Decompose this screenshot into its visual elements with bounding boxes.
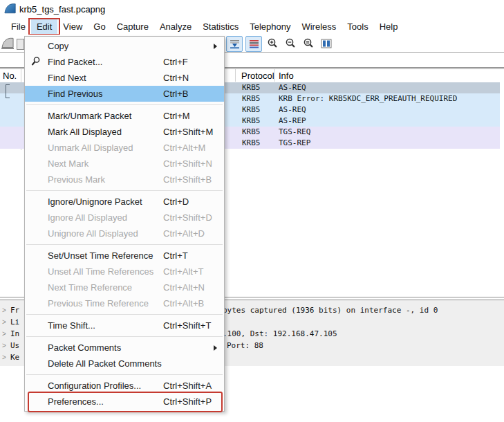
menu-separator bbox=[26, 336, 223, 337]
menu-item-find-previous[interactable]: Find Previous Ctrl+B bbox=[25, 86, 224, 102]
menu-item-time-shift[interactable]: Time Shift... Ctrl+Shift+T bbox=[25, 318, 224, 333]
menu-item-previous-time-reference[interactable]: Previous Time Reference Ctrl+Alt+B bbox=[25, 295, 224, 311]
title-bar: krb5_tgs_fast.pcapng bbox=[0, 0, 504, 19]
menu-item-mark-unmark-packet[interactable]: Mark/Unmark Packet Ctrl+M bbox=[25, 108, 224, 124]
menu-separator bbox=[26, 104, 223, 105]
menu-separator bbox=[26, 190, 223, 191]
menu-item-copy[interactable]: Copy bbox=[25, 38, 224, 54]
ip-line-fragment: .100, Dst: 192.168.47.105 bbox=[223, 328, 337, 340]
wireshark-window: krb5_tgs_fast.pcapng File Edit View Go C… bbox=[0, 0, 504, 422]
menu-item-mark-all-displayed[interactable]: Mark All Displayed Ctrl+Shift+M bbox=[25, 124, 224, 140]
toolbar-right-group bbox=[226, 36, 334, 52]
zoom-in-icon[interactable] bbox=[265, 36, 280, 51]
menu-item-delete-all-packet-comments[interactable]: Delete All Packet Comments bbox=[25, 356, 224, 371]
menu-item-preferences[interactable]: Preferences... Ctrl+Shift+P bbox=[25, 394, 224, 410]
submenu-arrow-icon bbox=[214, 44, 217, 49]
menu-separator bbox=[26, 244, 223, 245]
menu-telephony[interactable]: Telephony bbox=[244, 19, 296, 35]
menu-capture[interactable]: Capture bbox=[111, 19, 154, 35]
menu-item-find-next[interactable]: Find Next Ctrl+N bbox=[25, 70, 224, 86]
expand-chevron-icon[interactable]: > bbox=[2, 304, 6, 316]
menu-help[interactable]: Help bbox=[374, 19, 404, 35]
column-header-no[interactable]: No. bbox=[3, 71, 17, 81]
udp-line-fragment: Port: 88 bbox=[227, 340, 263, 351]
menu-item-ignore-unignore-packet[interactable]: Ignore/Unignore Packet Ctrl+D bbox=[25, 194, 224, 210]
expand-chevron-icon[interactable]: > bbox=[2, 328, 6, 340]
menu-item-next-time-reference[interactable]: Next Time Reference Ctrl+Alt+N bbox=[25, 279, 224, 295]
window-title: krb5_tgs_fast.pcapng bbox=[19, 4, 105, 15]
menu-item-packet-comments[interactable]: Packet Comments bbox=[25, 340, 224, 356]
menu-separator bbox=[26, 374, 223, 375]
column-header-protocol[interactable]: Protocol bbox=[241, 71, 274, 81]
submenu-arrow-icon bbox=[214, 345, 217, 351]
capture-fin-icon[interactable] bbox=[1, 37, 15, 49]
menu-file[interactable]: File bbox=[6, 19, 31, 35]
zoom-out-icon[interactable] bbox=[283, 36, 298, 51]
menu-separator bbox=[26, 314, 223, 315]
expand-chevron-icon[interactable]: > bbox=[2, 340, 6, 351]
expand-chevron-icon[interactable]: > bbox=[2, 316, 6, 328]
menu-item-unignore-all-displayed[interactable]: Unignore All Displayed Ctrl+Alt+D bbox=[25, 226, 224, 241]
edit-menu-panel: Copy Find Packet... Ctrl+F Find Next Ctr… bbox=[24, 36, 225, 412]
menu-edit[interactable]: Edit bbox=[31, 19, 57, 35]
menu-statistics[interactable]: Statistics bbox=[197, 19, 244, 35]
column-header-info[interactable]: Info bbox=[279, 71, 294, 81]
column-divider[interactable] bbox=[274, 69, 275, 82]
resize-columns-icon[interactable] bbox=[319, 36, 334, 51]
wireshark-logo-icon bbox=[4, 3, 17, 15]
frame-line-fragment: bytes captured (1936 bits) on interface … bbox=[223, 304, 438, 316]
find-magnifier-icon bbox=[30, 56, 41, 67]
menu-item-set-unset-time-reference[interactable]: Set/Unset Time Reference Ctrl+T bbox=[25, 248, 224, 264]
menu-item-previous-mark[interactable]: Previous Mark Ctrl+Shift+B bbox=[25, 172, 224, 187]
conversation-bracket bbox=[6, 84, 10, 98]
menu-bar: File Edit View Go Capture Analyze Statis… bbox=[0, 19, 504, 35]
toolbar-partial-icon[interactable] bbox=[17, 39, 24, 50]
menu-wireless[interactable]: Wireless bbox=[296, 19, 342, 35]
menu-item-configuration-profiles[interactable]: Configuration Profiles... Ctrl+Shift+A bbox=[25, 378, 224, 394]
menu-item-unmark-all-displayed[interactable]: Unmark All Displayed Ctrl+Alt+M bbox=[25, 140, 224, 156]
menu-analyze[interactable]: Analyze bbox=[154, 19, 197, 35]
menu-view[interactable]: View bbox=[57, 19, 88, 35]
expand-chevron-icon[interactable]: > bbox=[2, 351, 6, 363]
menu-item-next-mark[interactable]: Next Mark Ctrl+Shift+N bbox=[25, 156, 224, 172]
menu-go[interactable]: Go bbox=[88, 19, 111, 35]
colorize-packets-icon[interactable] bbox=[245, 36, 262, 52]
menu-item-unset-all-time-references[interactable]: Unset All Time References Ctrl+Alt+T bbox=[25, 264, 224, 279]
column-divider[interactable] bbox=[235, 69, 236, 82]
menu-tools[interactable]: Tools bbox=[342, 19, 373, 35]
scroll-to-last-packet-icon[interactable] bbox=[226, 36, 243, 52]
menu-item-ignore-all-displayed[interactable]: Ignore All Displayed Ctrl+Shift+D bbox=[25, 210, 224, 226]
zoom-reset-icon[interactable] bbox=[301, 36, 316, 51]
menu-item-find-packet[interactable]: Find Packet... Ctrl+F bbox=[25, 54, 224, 70]
